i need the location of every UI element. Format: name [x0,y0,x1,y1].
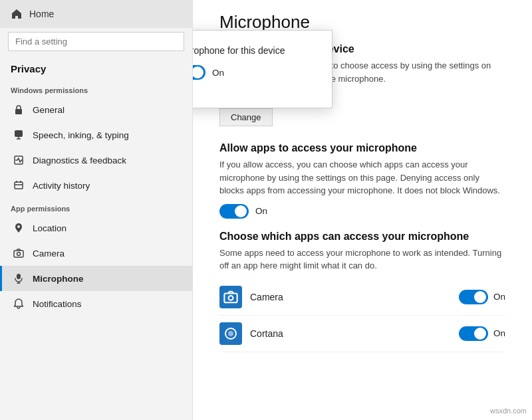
overlay-toggle-row: On [193,65,316,80]
svg-rect-4 [14,251,23,257]
allow-apps-toggle-label: On [255,206,267,216]
sidebar: Home Privacy Windows permissions General… [0,0,193,420]
overlay-toggle[interactable] [193,65,205,80]
activity-icon [13,179,25,191]
speech-icon [13,129,25,141]
section2-desc: If you allow access, you can choose whic… [219,158,505,197]
notifications-icon [13,298,25,310]
sidebar-item-label: Activity history [33,181,90,191]
section2-title: Allow apps to access your microphone [219,142,505,154]
microphone-icon [13,272,25,284]
sidebar-item-label: Notifications [33,299,82,309]
allow-apps-toggle[interactable] [219,204,249,219]
sidebar-item-label: Speech, inking, & typing [33,130,129,140]
svg-rect-1 [15,130,23,137]
search-input[interactable] [8,32,184,51]
sidebar-item-label: Location [33,223,66,233]
svg-point-10 [228,331,233,336]
svg-rect-6 [17,274,21,279]
sidebar-item-label: Camera [33,249,65,259]
camera-app-icon [219,286,242,308]
app-permissions-header: App permissions [0,198,192,215]
lock-icon [13,104,25,116]
app-row-cortana: Cortana On [219,316,505,352]
diagnostics-icon [13,154,25,166]
windows-permissions-header: Windows permissions [0,80,192,97]
cortana-toggle[interactable] [459,326,488,341]
sidebar-item-label: Diagnostics & feedback [33,156,126,165]
svg-rect-3 [15,182,23,189]
section3-title: Choose which apps can access your microp… [219,231,505,243]
sidebar-item-label: General [33,105,65,115]
cortana-toggle-label: On [493,328,505,338]
home-label: Home [29,9,54,19]
sidebar-item-speech[interactable]: Speech, inking, & typing [0,122,192,148]
cortana-toggle-row: On [459,326,505,341]
sidebar-item-label: Microphone [33,274,84,284]
sidebar-home-button[interactable]: Home [0,0,192,28]
camera-icon [13,247,25,259]
sidebar-item-general[interactable]: General [0,97,192,122]
main-content: Microphone microphone on this device usi… [193,0,532,420]
cortana-app-icon [219,322,242,345]
section3-desc: Some apps need to access your microphone… [219,247,505,272]
sidebar-item-activity[interactable]: Activity history [0,173,192,198]
change-button[interactable]: Change [219,108,273,126]
sidebar-item-notifications[interactable]: Notifications [0,291,192,316]
overlay-title: Microphone for this device [193,45,316,56]
watermark: wsxdn.com [490,407,527,415]
svg-point-5 [17,253,21,256]
allow-apps-toggle-row: On [219,204,505,219]
svg-point-8 [229,295,233,300]
sidebar-item-location[interactable]: Location [0,215,192,241]
camera-toggle-row: On [459,290,505,304]
camera-app-name: Camera [250,292,451,302]
sidebar-item-microphone[interactable]: Microphone [0,266,192,291]
sidebar-item-diagnostics[interactable]: Diagnostics & feedback [0,148,192,173]
microphone-device-popup: Microphone for this device On [193,30,332,108]
app-row-camera: Camera On [219,279,505,316]
privacy-section-title: Privacy [0,58,192,80]
sidebar-item-camera[interactable]: Camera [0,241,192,266]
home-icon [11,8,23,20]
overlay-toggle-label: On [212,68,224,78]
camera-toggle-label: On [493,292,505,302]
svg-rect-0 [15,109,22,114]
camera-toggle[interactable] [459,290,488,304]
svg-rect-7 [224,293,237,302]
location-icon [13,222,25,234]
cortana-app-name: Cortana [250,328,451,339]
